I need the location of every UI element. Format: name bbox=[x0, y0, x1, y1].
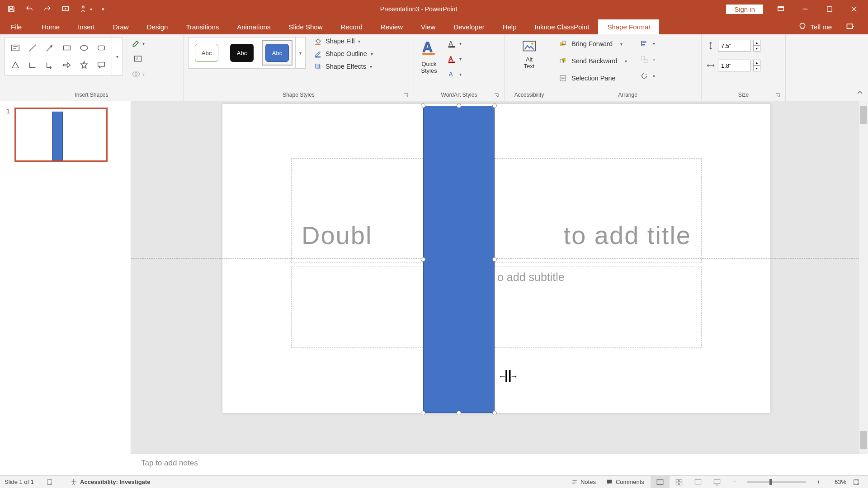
zoom-slider-handle[interactable] bbox=[769, 479, 772, 485]
tab-file[interactable]: File bbox=[0, 19, 33, 34]
tab-classpoint[interactable]: Inknoe ClassPoint bbox=[526, 19, 599, 34]
group-button[interactable]: ▾ bbox=[640, 53, 655, 66]
shapes-gallery-more[interactable]: ▾ bbox=[112, 37, 123, 76]
size-launcher[interactable] bbox=[774, 93, 781, 99]
tab-design[interactable]: Design bbox=[138, 19, 177, 34]
rectangle-shape[interactable] bbox=[423, 106, 495, 413]
status-notes-button[interactable]: Notes bbox=[568, 477, 599, 487]
vertical-scrollbar[interactable] bbox=[859, 101, 868, 454]
tell-me-search[interactable]: Tell me bbox=[794, 19, 836, 34]
tab-review[interactable]: Review bbox=[372, 19, 412, 34]
view-normal-icon[interactable] bbox=[651, 476, 670, 488]
sign-in-button[interactable]: Sign in bbox=[726, 5, 763, 14]
slide-canvas-area[interactable]: Doubl to add title o add subtitle || bbox=[131, 101, 868, 454]
tab-shape-format[interactable]: Shape Format bbox=[598, 19, 659, 34]
status-spellcheck-icon[interactable] bbox=[43, 477, 57, 488]
notes-pane[interactable]: Tap to add notes bbox=[131, 454, 868, 475]
wordart-launcher[interactable] bbox=[493, 93, 500, 99]
scroll-thumb-bottom[interactable] bbox=[860, 431, 867, 449]
view-sorter-icon[interactable] bbox=[670, 476, 689, 488]
shape-block-arrow-icon[interactable] bbox=[59, 57, 75, 73]
subtitle-placeholder[interactable]: o add subtitle bbox=[291, 267, 702, 348]
tab-help[interactable]: Help bbox=[494, 19, 526, 34]
send-backward-button[interactable]: Send Backward bbox=[571, 57, 618, 65]
height-down[interactable]: ▾ bbox=[753, 46, 760, 52]
shape-callout-icon[interactable] bbox=[94, 57, 109, 73]
style-preset-3[interactable]: Abc bbox=[262, 40, 292, 66]
tab-home[interactable]: Home bbox=[33, 19, 69, 34]
status-accessibility[interactable]: Accessibility: Investigate bbox=[66, 477, 154, 488]
shape-oval-icon[interactable] bbox=[76, 40, 92, 56]
text-fill-button[interactable]: A▾ bbox=[447, 37, 462, 50]
undo-icon[interactable] bbox=[22, 2, 37, 16]
alt-text-button[interactable]: Alt Text bbox=[518, 37, 541, 71]
style-preset-1[interactable]: Abc bbox=[191, 40, 222, 66]
status-slide-count[interactable]: Slide 1 of 1 bbox=[5, 479, 34, 485]
text-box-button[interactable]: A bbox=[129, 52, 146, 65]
selected-shape[interactable] bbox=[421, 104, 496, 415]
bring-forward-split[interactable]: ▾ bbox=[617, 42, 625, 47]
tab-developer[interactable]: Developer bbox=[444, 19, 493, 34]
handle-ne[interactable] bbox=[492, 103, 497, 108]
tab-record[interactable]: Record bbox=[331, 19, 371, 34]
handle-w[interactable] bbox=[421, 257, 425, 262]
shape-star-icon[interactable] bbox=[76, 57, 92, 73]
bring-forward-button[interactable]: Bring Forward bbox=[571, 40, 613, 47]
handle-sw[interactable] bbox=[421, 411, 425, 415]
minimize-icon[interactable] bbox=[794, 0, 816, 18]
maximize-icon[interactable] bbox=[818, 0, 841, 18]
width-up[interactable]: ▴ bbox=[753, 60, 760, 66]
merge-shapes-button[interactable]: ▾ bbox=[129, 68, 146, 80]
shape-elbow-icon[interactable] bbox=[25, 57, 40, 73]
customize-qat-icon[interactable]: ▾ bbox=[99, 2, 108, 16]
shape-outline-button[interactable]: Shape Outline▾ bbox=[314, 50, 373, 58]
height-up[interactable]: ▴ bbox=[753, 40, 760, 46]
shape-effects-button[interactable]: Shape Effects▾ bbox=[314, 62, 373, 70]
tab-draw[interactable]: Draw bbox=[104, 19, 138, 34]
share-icon[interactable] bbox=[840, 22, 861, 31]
shape-fill-button[interactable]: Shape Fill▾ bbox=[314, 37, 373, 45]
slide[interactable]: Doubl to add title o add subtitle || bbox=[222, 104, 770, 413]
text-effects-button[interactable]: A▾ bbox=[447, 68, 462, 80]
thumbnail-preview[interactable] bbox=[14, 108, 108, 162]
wordart-quick-styles[interactable]: A bbox=[419, 37, 439, 58]
shape-rounded-rect-icon[interactable] bbox=[94, 40, 109, 56]
handle-n[interactable] bbox=[457, 103, 461, 108]
handle-e[interactable] bbox=[492, 257, 497, 262]
shapes-gallery[interactable] bbox=[5, 37, 112, 76]
tab-insert[interactable]: Insert bbox=[69, 19, 104, 34]
shape-height-input[interactable] bbox=[718, 40, 750, 52]
shape-rectangle-icon[interactable] bbox=[59, 40, 75, 56]
send-backward-split[interactable]: ▾ bbox=[622, 59, 630, 64]
shape-styles-launcher[interactable] bbox=[403, 93, 409, 99]
shape-triangle-icon[interactable] bbox=[8, 57, 23, 73]
redo-icon[interactable] bbox=[40, 2, 55, 16]
title-placeholder[interactable]: Doubl to add title bbox=[291, 158, 702, 263]
slide-thumbnail-panel[interactable]: 1 bbox=[0, 101, 131, 454]
tab-slideshow[interactable]: Slide Show bbox=[279, 19, 331, 34]
tab-transitions[interactable]: Transitions bbox=[177, 19, 228, 34]
slide-thumbnail-1[interactable]: 1 bbox=[6, 108, 124, 162]
zoom-level[interactable]: 63% bbox=[826, 479, 846, 485]
text-outline-button[interactable]: A▾ bbox=[447, 52, 462, 65]
save-icon[interactable] bbox=[4, 2, 19, 16]
tab-view[interactable]: View bbox=[412, 19, 444, 34]
view-reading-icon[interactable] bbox=[689, 476, 708, 488]
zoom-in-button[interactable]: + bbox=[813, 477, 824, 487]
scroll-thumb-top[interactable] bbox=[860, 106, 867, 124]
ribbon-display-options-icon[interactable] bbox=[769, 0, 792, 18]
close-icon[interactable] bbox=[843, 0, 865, 18]
style-preset-2[interactable]: Abc bbox=[226, 40, 257, 66]
shape-style-more[interactable]: ▾ bbox=[296, 37, 306, 69]
start-from-beginning-icon[interactable] bbox=[58, 2, 73, 16]
handle-se[interactable] bbox=[492, 411, 497, 415]
handle-s[interactable] bbox=[457, 411, 461, 415]
tab-animations[interactable]: Animations bbox=[228, 19, 279, 34]
shape-line-arrow-icon[interactable] bbox=[42, 40, 57, 56]
handle-nw[interactable] bbox=[421, 103, 425, 108]
zoom-out-button[interactable]: − bbox=[729, 477, 740, 487]
selection-pane-button[interactable]: Selection Pane bbox=[571, 75, 616, 82]
shape-width-input[interactable] bbox=[718, 60, 750, 71]
rotate-button[interactable]: ▾ bbox=[640, 70, 655, 82]
edit-shape-button[interactable]: ▾ bbox=[129, 37, 146, 50]
